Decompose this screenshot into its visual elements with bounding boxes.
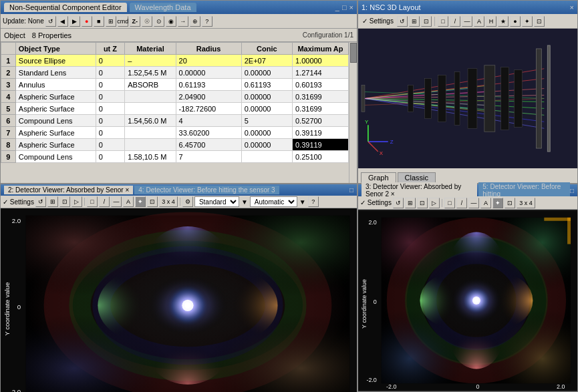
table-cell[interactable]: 0 — [96, 115, 125, 127]
table-row[interactable]: 3Annulus0ABSORB0.611930.611930.60193 — [1, 79, 349, 91]
table-cell[interactable]: Aspheric Surface — [15, 91, 96, 103]
table-cell[interactable]: 8 — [1, 139, 16, 151]
table-cell[interactable]: 0.61193 — [176, 79, 241, 91]
grid-left[interactable]: ⊡ — [147, 196, 158, 207]
z-icon[interactable]: Z- — [130, 16, 140, 27]
print-right[interactable]: ⊡ — [417, 198, 428, 208]
help-icon[interactable]: ? — [202, 16, 212, 27]
col-utz[interactable]: ut Z — [96, 43, 125, 55]
refresh-icon[interactable]: ↺ — [45, 16, 56, 27]
cross-btn[interactable]: ✦ — [522, 16, 533, 27]
table-cell[interactable]: 0.39119 — [292, 127, 348, 139]
table-cell[interactable]: 6 — [1, 115, 16, 127]
refresh-btn[interactable]: ↺ — [397, 16, 408, 27]
circle-icon[interactable]: ⊙ — [154, 16, 164, 27]
rect-left[interactable]: □ — [87, 196, 98, 207]
table-cell[interactable]: 0 — [96, 79, 125, 91]
grid-size-left[interactable]: 3 x 4 — [159, 196, 178, 207]
cmd-icon[interactable]: cmd — [118, 16, 128, 27]
print-left[interactable]: ⊡ — [59, 196, 70, 207]
automatic-dropdown[interactable]: Automatic — [250, 196, 297, 207]
table-cell[interactable]: Compound Lens — [15, 115, 96, 127]
table-cell[interactable]: 4 — [176, 115, 241, 127]
play-right[interactable]: ▷ — [429, 198, 440, 208]
star-btn[interactable]: ★ — [498, 16, 509, 27]
table-cell[interactable]: 0 — [96, 67, 125, 79]
next-icon[interactable]: ▶ — [69, 16, 80, 27]
help-left[interactable]: ? — [308, 196, 319, 207]
table-cell[interactable]: 2.04900 — [176, 91, 241, 103]
text-btn[interactable]: A — [474, 16, 484, 27]
text-right[interactable]: A — [480, 198, 491, 208]
table-cell[interactable]: Standard Lens — [15, 67, 96, 79]
close-icon[interactable]: × — [349, 3, 353, 11]
table-cell[interactable]: 0 — [96, 151, 125, 163]
maximize-icon[interactable]: □ — [342, 3, 347, 11]
rect-right[interactable]: □ — [444, 198, 455, 208]
table-cell[interactable]: 0 — [96, 139, 125, 151]
table-cell[interactable]: Source Ellipse — [15, 55, 96, 67]
table-scrollbar[interactable] — [349, 42, 357, 183]
table-cell[interactable] — [125, 91, 176, 103]
settings-btn[interactable]: ✓ Settings — [360, 17, 396, 25]
table-cell[interactable]: 0.00000 — [241, 103, 292, 115]
table-cell[interactable]: 20 — [176, 55, 241, 67]
col-maxap[interactable]: Maximum Ap — [292, 43, 348, 55]
table-cell[interactable]: 0.61193 — [241, 79, 292, 91]
grid-right[interactable]: ⊡ — [504, 198, 515, 208]
line-left[interactable]: / — [99, 196, 110, 207]
table-cell[interactable] — [241, 151, 292, 163]
close-icon-right[interactable]: × — [570, 3, 574, 11]
settings-check-left[interactable]: ✓ Settings — [3, 198, 34, 206]
table-cell[interactable]: 1.58,10.5 M — [125, 151, 176, 163]
table-row[interactable]: 4Aspheric Surface02.049000.000000.31699 — [1, 91, 349, 103]
rays-icon[interactable]: ◉ — [166, 16, 176, 27]
refresh-left[interactable]: ↺ — [35, 196, 46, 207]
table-cell[interactable] — [125, 103, 176, 115]
scrollbar-thumb[interactable] — [350, 43, 357, 63]
table-cell[interactable]: 0.31699 — [292, 103, 348, 115]
table-cell[interactable]: 0.52700 — [292, 115, 348, 127]
table-cell[interactable]: 1.27144 — [292, 67, 348, 79]
table-cell[interactable]: 1.00000 — [292, 55, 348, 67]
table-cell[interactable]: 5 — [241, 115, 292, 127]
save-btn[interactable]: ⊞ — [409, 16, 420, 27]
table-cell[interactable]: 0.00000 — [176, 67, 241, 79]
tab-graph[interactable]: Graph — [361, 172, 396, 183]
grid-icon[interactable]: ⊞ — [106, 16, 116, 27]
table-cell[interactable]: 33.60200 — [176, 127, 241, 139]
standard-dropdown[interactable]: Standard — [194, 196, 239, 207]
table-cell[interactable]: 2E+07 — [241, 55, 292, 67]
table-cell[interactable]: 4 — [1, 91, 16, 103]
table-cell[interactable]: Aspheric Surface — [15, 103, 96, 115]
gear-icon-left[interactable]: ⚙ — [182, 196, 193, 207]
tab-nsc-editor[interactable]: Non-Sequential Component Editor — [4, 3, 127, 12]
table-cell[interactable]: 0 — [96, 91, 125, 103]
table-cell[interactable]: 5 — [1, 103, 16, 115]
stop-icon[interactable]: ■ — [94, 16, 104, 27]
table-cell[interactable]: Aspheric Surface — [15, 127, 96, 139]
dot-btn[interactable]: ● — [510, 16, 521, 27]
cross-left[interactable]: ✦ — [135, 196, 146, 207]
table-row[interactable]: 9Compound Lens01.58,10.5 M70.25100 — [1, 151, 349, 163]
table-cell[interactable]: 1.54,56.0 M — [125, 115, 176, 127]
dash-btn[interactable]: — — [462, 16, 472, 27]
target-icon[interactable]: ☉ — [142, 16, 152, 27]
expand-icon-left[interactable]: □ — [349, 186, 353, 194]
dash-left[interactable]: — — [111, 196, 122, 207]
record-icon[interactable]: ● — [82, 16, 92, 27]
save-right[interactable]: ⊞ — [405, 198, 416, 208]
play-left[interactable]: ▷ — [71, 196, 82, 207]
col-conic[interactable]: Conic — [241, 43, 292, 55]
col-radius[interactable]: Radius — [176, 43, 241, 55]
table-cell[interactable]: ABSORB — [125, 79, 176, 91]
grid2-btn[interactable]: ⊡ — [534, 16, 545, 27]
plus-icon[interactable]: ⊕ — [190, 16, 200, 27]
prev-icon[interactable]: ◀ — [57, 16, 68, 27]
table-cell[interactable]: 0.60193 — [292, 79, 348, 91]
table-cell[interactable]: 0 — [96, 103, 125, 115]
line-right[interactable]: / — [456, 198, 467, 208]
table-cell[interactable]: 3 — [1, 79, 16, 91]
table-cell[interactable]: 7 — [1, 127, 16, 139]
table-cell[interactable]: Annulus — [15, 79, 96, 91]
